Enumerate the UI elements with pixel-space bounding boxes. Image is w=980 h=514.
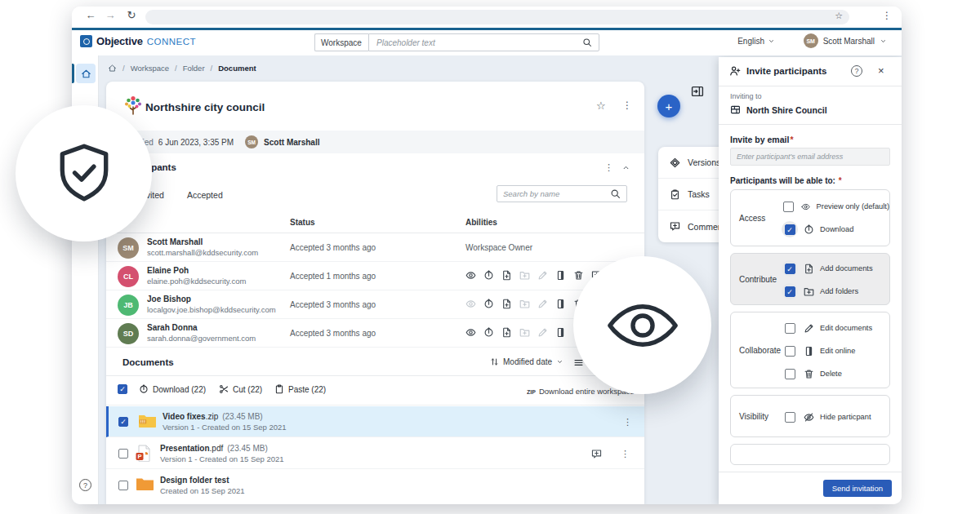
comment-icon[interactable] [591, 449, 602, 459]
sort-dropdown[interactable]: Modified date [490, 357, 564, 366]
collapse-panel-icon[interactable] [691, 85, 704, 98]
chevron-down-icon [768, 38, 775, 45]
participants-search[interactable] [497, 185, 627, 202]
checkbox[interactable] [785, 323, 795, 334]
invite-email-input[interactable] [730, 148, 890, 166]
favourite-star-icon[interactable]: ☆ [596, 100, 606, 112]
panel-footer: Send invitation [719, 472, 902, 504]
checkbox[interactable] [785, 369, 795, 379]
add-button[interactable]: + [657, 95, 680, 117]
edit-online-icon[interactable] [555, 270, 566, 281]
chevron-down-icon [880, 38, 887, 45]
document-name: Design folder test [160, 476, 229, 485]
edit-documents-icon[interactable] [537, 270, 548, 281]
checkbox[interactable]: ✓ [785, 224, 795, 235]
search-icon[interactable] [582, 38, 592, 47]
row-menu-icon[interactable]: ⋮ [623, 417, 632, 428]
collapse-section-icon[interactable] [621, 163, 630, 172]
row-checkbox[interactable]: ✓ [118, 417, 128, 427]
add-folders-icon[interactable] [519, 270, 530, 281]
add-folders-icon[interactable] [519, 327, 530, 338]
participant-row[interactable]: CL Elaine Poh elaine.poh@kddsecurity.com… [106, 262, 644, 290]
required-marker: * [839, 176, 842, 185]
option-hide-participant[interactable]: Hide particpant [782, 405, 889, 428]
download-icon[interactable] [483, 270, 494, 281]
language-selector[interactable]: English [737, 37, 775, 46]
document-row[interactable]: ✓ Video fixes.zip(23.45 MB) Version 1 - … [106, 406, 644, 437]
forward-icon[interactable]: → [103, 9, 118, 21]
download-icon[interactable] [483, 327, 494, 338]
option-download[interactable]: ✓ Download [782, 218, 889, 241]
edit-documents-icon[interactable] [537, 327, 548, 338]
participant-name: Sarah Donna [147, 323, 198, 332]
checkbox[interactable] [785, 412, 795, 423]
participant-row[interactable]: SM Scott Marshall scott.marshall@kddsecu… [106, 233, 644, 262]
row-menu-icon[interactable]: ⋮ [621, 449, 630, 459]
preview-icon[interactable] [466, 270, 476, 281]
option-delete[interactable]: Delete [782, 362, 889, 385]
documents-heading: Documents [122, 357, 174, 367]
documents-toolbar: ✓ Download (22) Cut (22) Paste (22) ZIPD… [106, 380, 644, 401]
edit-online-icon[interactable] [555, 327, 566, 338]
versions-icon [670, 157, 680, 168]
workspace-menu-icon[interactable]: ⋮ [622, 100, 632, 111]
download-icon[interactable] [483, 299, 494, 309]
document-row[interactable]: Design folder test Created on 15 Sep 202… [106, 470, 644, 501]
participant-row[interactable]: JB Joe Bishop localgov.joe.bishop@kddsec… [106, 290, 644, 319]
workspace-scope-dropdown[interactable]: Workspace [314, 33, 368, 51]
close-icon[interactable]: × [878, 64, 884, 77]
select-all-checkbox[interactable]: ✓ [118, 384, 127, 394]
home-icon[interactable] [108, 64, 117, 73]
plus-icon: + [666, 100, 673, 113]
participant-email: sarah.donna@government.com [147, 334, 256, 343]
participants-menu-icon[interactable]: ⋮ [604, 162, 613, 173]
participants-search-input[interactable] [503, 186, 605, 202]
bookmark-star-icon[interactable]: ☆ [835, 11, 843, 21]
global-search[interactable] [368, 33, 599, 51]
search-icon[interactable] [610, 188, 621, 199]
option-preview-only[interactable]: Preview only (default) [782, 195, 889, 218]
help-button[interactable]: ? [79, 479, 91, 491]
delete-icon[interactable] [573, 270, 584, 281]
browser-menu-icon[interactable]: ⋮ [882, 10, 892, 21]
app-logo[interactable]: Objective CONNECT [80, 35, 196, 47]
global-search-input[interactable] [376, 34, 572, 51]
participant-row[interactable]: SD Sarah Donna sarah.donna@government.co… [106, 319, 644, 348]
option-add-folders[interactable]: ✓ Add folders [782, 280, 889, 303]
add-documents-icon[interactable] [501, 270, 512, 281]
url-bar[interactable]: ☆ [145, 10, 849, 24]
edit-documents-icon[interactable] [537, 299, 548, 309]
breadcrumb-item-workspace[interactable]: Workspace [131, 64, 169, 73]
reload-icon[interactable]: ↻ [124, 9, 139, 21]
checkbox[interactable] [783, 202, 794, 212]
row-checkbox[interactable] [118, 481, 128, 490]
send-invitation-button[interactable]: Send invitation [823, 480, 892, 497]
add-folders-icon[interactable] [519, 299, 530, 309]
download-selected-button[interactable]: Download (22) [139, 384, 206, 394]
help-button[interactable]: ? [851, 65, 862, 77]
group-label: Collaborate [739, 346, 781, 355]
sidebar-item-home[interactable] [76, 64, 96, 83]
breadcrumb-item-folder[interactable]: Folder [183, 64, 205, 73]
edit-online-icon[interactable] [555, 299, 566, 309]
paste-button[interactable]: Paste (22) [274, 384, 326, 394]
option-add-documents[interactable]: ✓ Add documents [782, 257, 889, 280]
tab-accepted[interactable]: Accepted [187, 190, 223, 200]
option-edit-online[interactable]: Edit online [782, 339, 889, 362]
option-label: Delete [820, 370, 842, 378]
url-input[interactable] [155, 10, 825, 24]
workspace-meta: Modified 6 Jun 2023, 3:35 PM SM Scott Ma… [106, 131, 644, 153]
preview-icon[interactable] [466, 299, 476, 309]
add-documents-icon[interactable] [501, 327, 512, 338]
add-documents-icon[interactable] [501, 299, 512, 309]
row-checkbox[interactable] [118, 449, 128, 459]
checkbox[interactable] [785, 346, 795, 357]
checkbox[interactable]: ✓ [785, 264, 795, 274]
user-menu[interactable]: SM Scott Marshall [804, 33, 887, 48]
option-edit-documents[interactable]: Edit documents [782, 317, 889, 339]
document-row[interactable]: P Presentation.pdf(23.45 MB) Version 1 -… [106, 438, 644, 469]
checkbox[interactable]: ✓ [785, 286, 795, 297]
preview-icon[interactable] [466, 327, 476, 338]
back-icon[interactable]: ← [83, 9, 98, 21]
cut-button[interactable]: Cut (22) [219, 384, 262, 394]
